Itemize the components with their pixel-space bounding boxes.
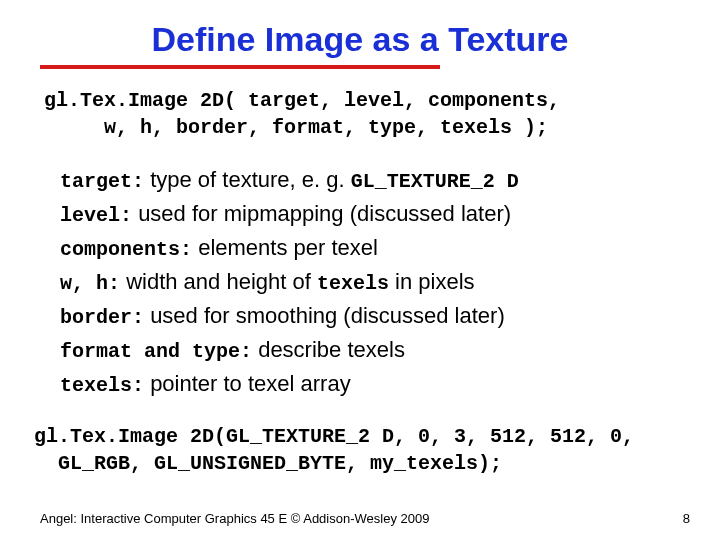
- param-target-key: target:: [60, 170, 144, 193]
- param-components-desc: elements per texel: [192, 235, 378, 260]
- param-wh-post: in pixels: [389, 269, 475, 294]
- param-components-key: components:: [60, 238, 192, 261]
- example-line-2: GL_RGB, GL_UNSIGNED_BYTE, my_texels);: [34, 452, 502, 475]
- parameter-list: target: type of texture, e. g. GL_TEXTUR…: [60, 163, 680, 401]
- param-components: components: elements per texel: [60, 231, 680, 265]
- param-target: target: type of texture, e. g. GL_TEXTUR…: [60, 163, 680, 197]
- param-level-desc: used for mipmapping (discussed later): [132, 201, 511, 226]
- signature-line-1: gl.Tex.Image 2D( target, level, componen…: [44, 89, 560, 112]
- example-call: gl.Tex.Image 2D(GL_TEXTURE_2 D, 0, 3, 51…: [34, 423, 680, 477]
- example-line-1: gl.Tex.Image 2D(GL_TEXTURE_2 D, 0, 3, 51…: [34, 425, 634, 448]
- param-wh-pre: width and height of: [120, 269, 317, 294]
- param-ft-key: format and type:: [60, 340, 252, 363]
- param-texels-desc: pointer to texel array: [144, 371, 351, 396]
- param-wh-key: w, h:: [60, 272, 120, 295]
- param-texels: texels: pointer to texel array: [60, 367, 680, 401]
- param-wh: w, h: width and height of texels in pixe…: [60, 265, 680, 299]
- param-format-type: format and type: describe texels: [60, 333, 680, 367]
- param-border-desc: used for smoothing (discussed later): [144, 303, 505, 328]
- param-ft-desc: describe texels: [252, 337, 405, 362]
- title-underline: [40, 65, 440, 69]
- param-level-key: level:: [60, 204, 132, 227]
- param-target-pre: type of texture, e. g.: [144, 167, 351, 192]
- signature-line-2: w, h, border, format, type, texels );: [44, 116, 548, 139]
- slide-title: Define Image as a Texture: [70, 20, 650, 59]
- param-border-key: border:: [60, 306, 144, 329]
- footer-text: Angel: Interactive Computer Graphics 45 …: [40, 511, 429, 526]
- param-target-example: GL_TEXTURE_2 D: [351, 170, 519, 193]
- param-wh-mid: texels: [317, 272, 389, 295]
- param-border: border: used for smoothing (discussed la…: [60, 299, 680, 333]
- function-signature: gl.Tex.Image 2D( target, level, componen…: [44, 87, 680, 141]
- param-level: level: used for mipmapping (discussed la…: [60, 197, 680, 231]
- slide: Define Image as a Texture gl.Tex.Image 2…: [0, 0, 720, 540]
- page-number: 8: [683, 511, 690, 526]
- param-texels-key: texels:: [60, 374, 144, 397]
